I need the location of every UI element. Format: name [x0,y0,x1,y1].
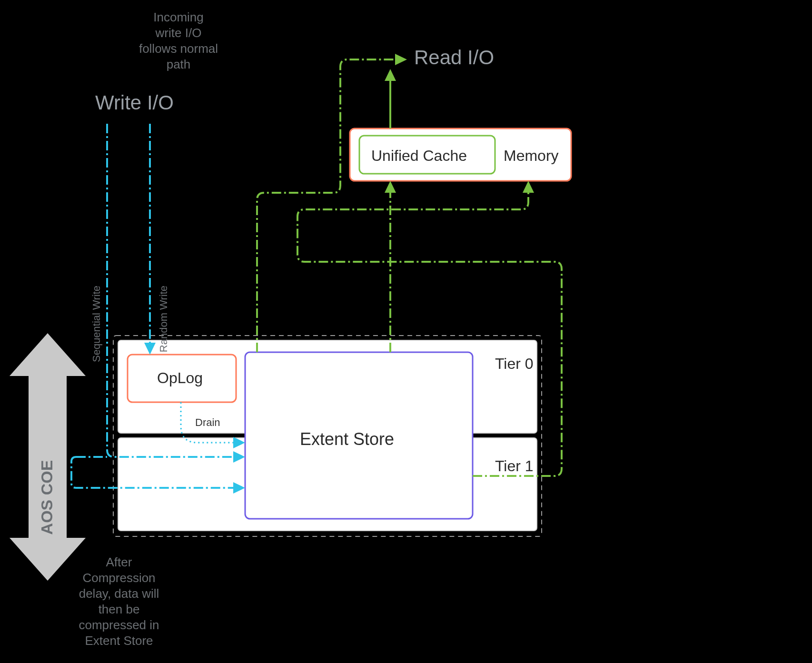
after-note: After Compression delay, data will then … [79,555,159,648]
sequential-write-label: Sequential Write [90,286,102,362]
svg-text:Incoming: Incoming [153,10,204,24]
svg-text:compressed in: compressed in [79,618,159,632]
read-up-cache-arrow-icon [385,181,396,193]
drain-label: Drain [195,416,220,428]
diagram-canvas: AOS COE Incoming write I/O follows norma… [0,0,812,663]
oplog-label: OpLog [157,369,203,386]
cache-to-readio-arrow-icon [385,69,396,81]
unified-cache-label: Unified Cache [371,147,467,164]
svg-text:then be: then be [99,602,140,616]
left-read-loop-arrow-icon [395,54,407,65]
incoming-note: Incoming write I/O follows normal path [139,10,218,71]
right-read-loop-arrow-icon [523,181,534,193]
read-io-title: Read I/O [414,46,494,69]
svg-text:follows normal: follows normal [139,41,218,56]
random-write-label: Random Write [158,286,169,352]
memory-label: Memory [504,147,559,164]
write-io-title: Write I/O [95,91,174,114]
tier1-label: Tier 1 [495,457,534,475]
left-read-loop [257,59,400,352]
tier0-label: Tier 0 [495,355,534,372]
svg-text:write I/O: write I/O [155,26,202,40]
svg-text:Compression: Compression [82,571,155,585]
aos-coe-label: AOS COE [38,460,56,535]
svg-text:path: path [167,57,191,71]
extent-store-label: Extent Store [300,429,394,449]
svg-text:Extent Store: Extent Store [85,633,153,648]
svg-text:After: After [106,555,132,569]
svg-text:delay, data will: delay, data will [79,586,159,601]
